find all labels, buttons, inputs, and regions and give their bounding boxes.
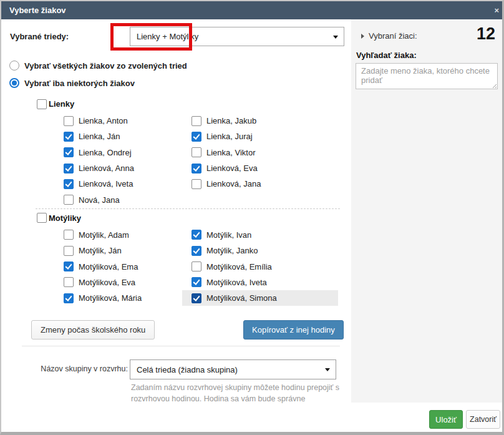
schedule-group-helper-text: Zadaním názvu rozvrhovej skupiny môžete … — [131, 383, 351, 404]
student-name: Motýlik, Adam — [79, 230, 129, 240]
radio-some-students-label: Vybrať iba niektorých žiakov — [24, 79, 135, 88]
triangle-right-icon — [361, 34, 364, 39]
student-name: Motýliková, Mária — [79, 293, 142, 303]
student-name: Lienková, Iveta — [79, 179, 133, 188]
checkbox-unchecked-icon[interactable] — [191, 147, 201, 157]
student-name: Lienka, Anton — [79, 116, 128, 125]
class-group: LienkyLienka, AntonLienka, JánLienka, On… — [36, 95, 340, 208]
student-row[interactable]: Motýliková, Simona — [182, 290, 338, 306]
student-name: Motýliková, Iveta — [206, 278, 267, 287]
checkbox-checked-icon[interactable] — [64, 164, 74, 174]
students-list: Lienka, AntonLienka, JánLienka, OndrejLi… — [36, 113, 340, 208]
student-row[interactable]: Lienka, Jakub — [182, 113, 338, 129]
students-list: Motýlik, AdamMotýlik, JánMotýliková, Ema… — [36, 227, 340, 306]
dialog-title: Vyberte žiakov — [9, 6, 66, 15]
schedule-group-value: Celá trieda (žiadna skupina) — [137, 365, 238, 374]
checkbox-checked-icon[interactable] — [64, 132, 74, 142]
student-row[interactable]: Motýliková, Iveta — [182, 275, 338, 290]
student-name: Lienka, Ondrej — [79, 148, 132, 157]
student-name: Motýlik, Janko — [206, 246, 258, 255]
checkbox-checked-icon[interactable] — [191, 230, 201, 240]
checkbox-checked-icon[interactable] — [64, 179, 74, 189]
student-name: Motýliková, Ema — [79, 262, 138, 271]
class-group: MotýlikyMotýlik, AdamMotýlik, JánMotýlik… — [36, 208, 340, 306]
student-row[interactable]: Nová, Jana — [54, 192, 210, 207]
student-groups: LienkyLienka, AntonLienka, JánLienka, On… — [36, 95, 340, 306]
student-name: Lienková, Eva — [206, 164, 258, 173]
search-student-label: Vyhľadať žiaka: — [356, 51, 417, 60]
selected-classes-label: Vybrané triedy: — [10, 32, 69, 41]
checkbox-checked-icon[interactable] — [191, 132, 201, 142]
checkbox-unchecked-icon[interactable] — [191, 179, 201, 189]
dialog-titlebar: Vyberte žiakov × — [1, 1, 502, 19]
radio-some-students[interactable]: Vybrať iba niektorých žiakov — [9, 78, 135, 88]
chevron-down-icon — [325, 368, 330, 371]
schedule-group-dropdown[interactable]: Celá trieda (žiadna skupina) — [130, 359, 336, 379]
search-student-field-wrap — [356, 63, 498, 89]
class-group-header[interactable]: Motýliky — [36, 209, 340, 227]
student-name: Lienka, Jakub — [206, 116, 256, 125]
checkbox-checked-icon[interactable] — [191, 164, 201, 174]
student-row[interactable]: Motýlik, Janko — [182, 243, 338, 258]
checkbox-unchecked-icon[interactable] — [64, 246, 74, 256]
checkbox-checked-icon[interactable] — [64, 147, 74, 157]
checkbox-checked-icon[interactable] — [64, 293, 74, 303]
radio-checked-icon[interactable] — [9, 78, 19, 88]
class-group-header[interactable]: Lienky — [36, 95, 340, 113]
close-button[interactable]: Zatvoriť — [466, 410, 500, 429]
checkbox-unchecked-icon[interactable] — [64, 195, 74, 205]
student-name: Nová, Jana — [79, 195, 120, 205]
search-student-input[interactable] — [356, 63, 498, 89]
student-name: Motýliková, Emília — [206, 262, 272, 271]
student-row[interactable]: Lienka, Viktor — [182, 145, 338, 160]
changes-during-year-button[interactable]: Zmeny počas školského roku — [31, 320, 155, 340]
checkbox-checked-icon[interactable] — [64, 261, 74, 271]
student-row[interactable]: Motýlik, Ivan — [182, 227, 338, 243]
student-name: Motýlik, Ján — [79, 246, 122, 255]
class-group-name: Motýliky — [49, 213, 81, 223]
student-name: Lienka, Ján — [79, 132, 120, 141]
close-icon[interactable]: × — [494, 1, 499, 19]
class-group-name: Lienky — [49, 99, 74, 109]
checkbox-unchecked-icon[interactable] — [64, 230, 74, 240]
student-name: Motýlik, Ivan — [206, 230, 251, 240]
schedule-group-label: Názov skupiny v rozvrhu: — [10, 364, 128, 373]
student-row[interactable]: Lienka, Juraj — [182, 129, 338, 144]
students-column: Motýlik, IvanMotýlik, JankoMotýliková, E… — [191, 227, 338, 306]
section-divider — [22, 346, 340, 346]
selected-classes-dropdown[interactable]: Lienky + Motýliky — [130, 27, 344, 46]
chevron-down-icon — [333, 36, 338, 39]
copy-from-lesson-button[interactable]: Kopírovať z inej hodiny — [243, 320, 344, 340]
selected-students-toggle[interactable]: Vybraní žiaci: — [361, 31, 417, 41]
radio-all-students-label: Vybrať všetkých žiakov zo zvolených trie… — [24, 61, 187, 71]
save-button[interactable]: Uložiť — [429, 410, 463, 429]
student-row[interactable]: Motýliková, Emília — [182, 258, 338, 274]
selected-students-label: Vybraní žiaci: — [369, 31, 417, 41]
student-name: Lienková, Anna — [79, 164, 134, 173]
checkbox-unchecked-icon[interactable] — [191, 116, 201, 126]
checkbox-unchecked-icon[interactable] — [64, 277, 74, 287]
checkbox-checked-icon[interactable] — [191, 277, 201, 287]
student-name: Motýliková, Eva — [79, 278, 135, 287]
student-row[interactable]: Lienková, Jana — [182, 176, 338, 192]
radio-unchecked-icon[interactable] — [9, 61, 19, 71]
checkbox-unchecked-icon[interactable] — [37, 213, 47, 223]
selected-students-count: 12 — [477, 24, 495, 44]
checkbox-checked-icon[interactable] — [191, 293, 201, 303]
select-students-dialog: Vyberte žiakov × Vybrané triedy: Lienky … — [0, 0, 504, 435]
checkbox-unchecked-icon[interactable] — [64, 116, 74, 126]
student-name: Lienková, Jana — [206, 179, 261, 188]
student-name: Lienka, Juraj — [206, 132, 253, 141]
student-name: Lienka, Viktor — [206, 148, 256, 157]
sidebar: Vybraní žiaci: 12 Vyhľadať žiaka: — [351, 19, 502, 403]
checkbox-unchecked-icon[interactable] — [37, 99, 47, 109]
selected-classes-value: Lienky + Motýliky — [137, 32, 198, 41]
student-row[interactable]: Lienková, Eva — [182, 160, 338, 176]
checkbox-unchecked-icon[interactable] — [191, 261, 201, 271]
students-column: Lienka, JakubLienka, JurajLienka, Viktor… — [191, 113, 338, 192]
checkbox-checked-icon[interactable] — [191, 246, 201, 256]
student-name: Motýliková, Simona — [206, 293, 277, 303]
radio-all-students[interactable]: Vybrať všetkých žiakov zo zvolených trie… — [9, 61, 187, 71]
